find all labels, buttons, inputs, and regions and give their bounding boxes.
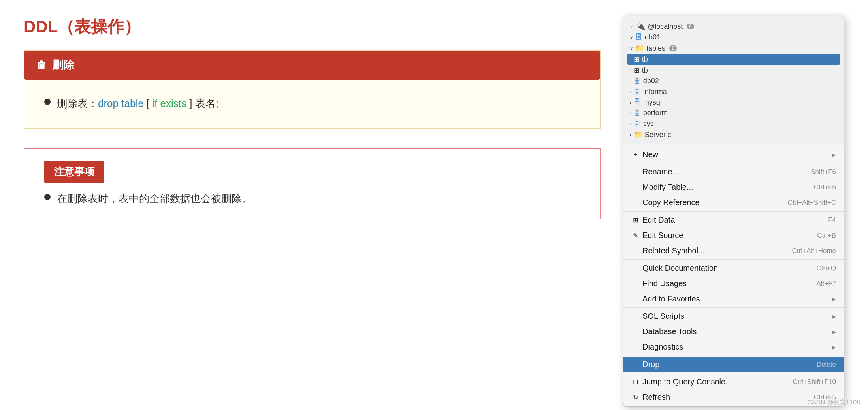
db-tools-arrow: ▶	[832, 329, 836, 335]
refresh-icon: ↻	[631, 393, 639, 401]
menu-item-favorites[interactable]: Add to Favorites ▶	[623, 291, 844, 307]
divider4	[623, 307, 844, 308]
sql-arrow: ▶	[832, 313, 836, 320]
delete-label: 删除	[52, 58, 74, 73]
arrow-icon: ▶	[832, 152, 836, 158]
menu-item-diagnostics[interactable]: Diagnostics ▶	[623, 339, 844, 355]
edit-data-icon: ⊞	[631, 216, 639, 224]
note-bullet: 在删除表时，表中的全部数据也会被删除。	[44, 191, 580, 207]
bullet-dot	[44, 99, 51, 105]
tree-table1[interactable]: › ⊞ tb	[627, 54, 840, 65]
menu-item-jump-query[interactable]: ⊡ Jump to Query Console... Ctrl+Shift+F1…	[623, 374, 844, 389]
menu-item-quick-docs[interactable]: Quick Documentation Ctrl+Q	[623, 260, 844, 276]
tree-informa[interactable]: › 🗄 informa	[630, 86, 838, 97]
menu-item-rename[interactable]: Rename... Shift+F6	[623, 164, 844, 180]
tree-table2[interactable]: › ⊞ tb	[630, 65, 838, 76]
menu-item-edit-data[interactable]: ⊞ Edit Data F4	[623, 212, 844, 228]
menu-item-edit-source[interactable]: ✎ Edit Source Ctrl+B	[623, 228, 844, 243]
menu-item-new[interactable]: + New ▶	[623, 147, 844, 162]
tree-server[interactable]: › 📁 Server c	[630, 129, 838, 140]
delete-bullet: 删除表：drop table [ if exists ] 表名;	[44, 95, 580, 112]
trash-icon: 🗑	[36, 59, 47, 71]
tree-db02[interactable]: › 🗄 db02	[630, 76, 838, 86]
note-bullet-dot	[44, 194, 51, 200]
menu-section: + New ▶ Rename... Shift+F6 Modify Table.…	[623, 145, 844, 406]
menu-item-related-symbol[interactable]: Related Symbol... Ctrl+Alt+Home	[623, 243, 844, 258]
delete-text: 删除表：drop table [ if exists ] 表名;	[57, 95, 218, 112]
edit-source-icon: ✎	[631, 232, 639, 239]
note-header: 注意事项	[44, 161, 104, 183]
context-menu: ✓ 🔌 @localhost 6 ∨ 🗄 db01 ∨ 📁 tables 2 ›…	[623, 16, 844, 407]
divider6	[623, 373, 844, 373]
tree-db01[interactable]: ∨ 🗄 db01	[630, 32, 838, 43]
menu-item-drop[interactable]: Drop Delete	[623, 357, 844, 372]
divider5	[623, 356, 844, 356]
menu-item-db-tools[interactable]: Database Tools ▶	[623, 324, 844, 339]
menu-item-modify-table[interactable]: Modify Table... Ctrl+F6	[623, 180, 844, 195]
divider3	[623, 259, 844, 260]
divider2	[623, 211, 844, 212]
menu-item-copy-reference[interactable]: Copy Reference Ctrl+Alt+Shift+C	[623, 195, 844, 210]
watermark: CSDN @长安1108	[807, 399, 860, 407]
note-section: 注意事项 在删除表时，表中的全部数据也会被删除。	[24, 148, 601, 220]
menu-item-find-usages[interactable]: Find Usages Alt+F7	[623, 276, 844, 291]
tree-mysql[interactable]: › 🗄 mysql	[630, 97, 838, 108]
note-text: 在删除表时，表中的全部数据也会被删除。	[57, 191, 252, 207]
favorites-arrow: ▶	[832, 296, 836, 302]
divider1	[623, 163, 844, 163]
plus-icon: +	[631, 151, 639, 158]
delete-header: 🗑 删除	[24, 51, 600, 80]
diagnostics-arrow: ▶	[832, 344, 836, 350]
query-console-icon: ⊡	[631, 378, 639, 386]
tree-tables[interactable]: ∨ 📁 tables 2	[630, 43, 838, 54]
tree-sys[interactable]: › 🗄 sys	[630, 118, 838, 129]
db-tree-panel[interactable]: ✓ 🔌 @localhost 6 ∨ 🗄 db01 ∨ 📁 tables 2 ›…	[623, 16, 844, 145]
menu-item-sql-scripts[interactable]: SQL Scripts ▶	[623, 309, 844, 324]
tree-perform[interactable]: › 🗄 perform	[630, 108, 838, 118]
tree-connection[interactable]: ✓ 🔌 @localhost 6	[630, 21, 838, 32]
delete-content-box: 删除表：drop table [ if exists ] 表名;	[24, 80, 601, 129]
